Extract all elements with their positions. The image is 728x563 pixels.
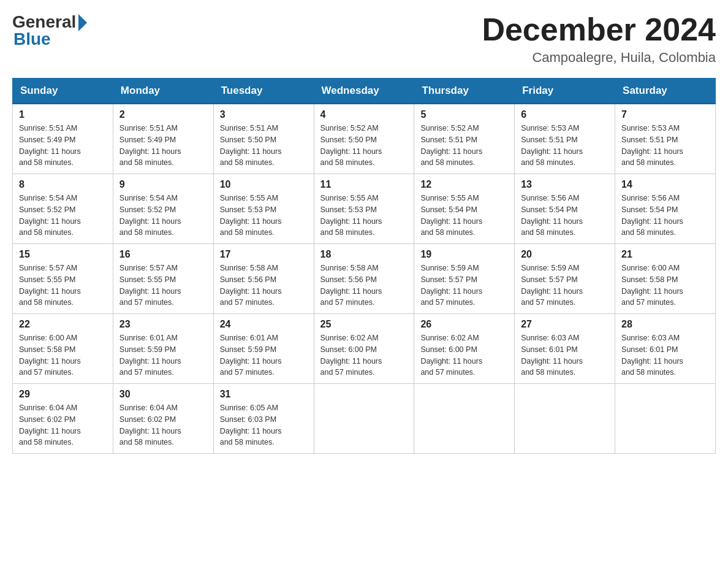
day-number: 12 — [420, 179, 508, 190]
day-info: Sunrise: 5:55 AMSunset: 5:54 PMDaylight:… — [420, 193, 508, 239]
calendar-table: SundayMondayTuesdayWednesdayThursdayFrid… — [12, 78, 716, 454]
day-info: Sunrise: 6:01 AMSunset: 5:59 PMDaylight:… — [119, 332, 207, 378]
calendar-week-row: 1 Sunrise: 5:51 AMSunset: 5:49 PMDayligh… — [13, 104, 716, 174]
day-number: 11 — [320, 179, 408, 190]
location-text: Campoalegre, Huila, Colombia — [482, 50, 716, 66]
day-number: 13 — [521, 179, 609, 190]
day-number: 22 — [19, 319, 107, 330]
calendar-cell: 19 Sunrise: 5:59 AMSunset: 5:57 PMDaylig… — [414, 244, 515, 314]
day-number: 3 — [220, 109, 308, 120]
calendar-cell: 1 Sunrise: 5:51 AMSunset: 5:49 PMDayligh… — [13, 104, 113, 174]
calendar-cell: 15 Sunrise: 5:57 AMSunset: 5:55 PMDaylig… — [13, 244, 113, 314]
calendar-week-row: 29 Sunrise: 6:04 AMSunset: 6:02 PMDaylig… — [13, 384, 716, 454]
day-number: 25 — [320, 319, 408, 330]
calendar-cell: 27 Sunrise: 6:03 AMSunset: 6:01 PMDaylig… — [515, 314, 615, 384]
calendar-cell: 7 Sunrise: 5:53 AMSunset: 5:51 PMDayligh… — [615, 104, 716, 174]
day-info: Sunrise: 6:04 AMSunset: 6:02 PMDaylight:… — [19, 402, 107, 448]
calendar-cell: 29 Sunrise: 6:04 AMSunset: 6:02 PMDaylig… — [13, 384, 113, 454]
calendar-cell: 24 Sunrise: 6:01 AMSunset: 5:59 PMDaylig… — [213, 314, 314, 384]
calendar-cell: 16 Sunrise: 5:57 AMSunset: 5:55 PMDaylig… — [113, 244, 213, 314]
calendar-cell: 25 Sunrise: 6:02 AMSunset: 6:00 PMDaylig… — [314, 314, 414, 384]
calendar-cell: 2 Sunrise: 5:51 AMSunset: 5:49 PMDayligh… — [113, 104, 213, 174]
day-info: Sunrise: 6:00 AMSunset: 5:58 PMDaylight:… — [621, 262, 709, 308]
day-info: Sunrise: 5:55 AMSunset: 5:53 PMDaylight:… — [220, 193, 308, 239]
day-number: 1 — [19, 109, 107, 120]
calendar-header-thursday: Thursday — [414, 79, 515, 104]
day-info: Sunrise: 5:51 AMSunset: 5:49 PMDaylight:… — [19, 123, 107, 169]
day-info: Sunrise: 5:53 AMSunset: 5:51 PMDaylight:… — [621, 123, 709, 169]
day-number: 2 — [119, 109, 207, 120]
day-number: 17 — [220, 249, 308, 260]
day-number: 26 — [420, 319, 508, 330]
day-info: Sunrise: 5:55 AMSunset: 5:53 PMDaylight:… — [320, 193, 408, 239]
calendar-cell: 22 Sunrise: 6:00 AMSunset: 5:58 PMDaylig… — [13, 314, 113, 384]
calendar-cell: 9 Sunrise: 5:54 AMSunset: 5:52 PMDayligh… — [113, 174, 213, 244]
calendar-header-monday: Monday — [113, 79, 213, 104]
day-number: 21 — [621, 249, 709, 260]
day-number: 8 — [19, 179, 107, 190]
day-number: 15 — [19, 249, 107, 260]
day-number: 4 — [320, 109, 408, 120]
day-info: Sunrise: 6:03 AMSunset: 6:01 PMDaylight:… — [621, 332, 709, 378]
calendar-cell: 5 Sunrise: 5:52 AMSunset: 5:51 PMDayligh… — [414, 104, 515, 174]
day-info: Sunrise: 5:59 AMSunset: 5:57 PMDaylight:… — [521, 262, 609, 308]
calendar-cell: 23 Sunrise: 6:01 AMSunset: 5:59 PMDaylig… — [113, 314, 213, 384]
calendar-cell: 4 Sunrise: 5:52 AMSunset: 5:50 PMDayligh… — [314, 104, 414, 174]
title-section: December 2024 Campoalegre, Huila, Colomb… — [482, 12, 716, 66]
calendar-cell: 17 Sunrise: 5:58 AMSunset: 5:56 PMDaylig… — [213, 244, 314, 314]
calendar-cell: 21 Sunrise: 6:00 AMSunset: 5:58 PMDaylig… — [615, 244, 716, 314]
day-number: 23 — [119, 319, 207, 330]
calendar-cell: 26 Sunrise: 6:02 AMSunset: 6:00 PMDaylig… — [414, 314, 515, 384]
calendar-cell — [615, 384, 716, 454]
day-number: 27 — [521, 319, 609, 330]
day-number: 20 — [521, 249, 609, 260]
day-info: Sunrise: 5:51 AMSunset: 5:50 PMDaylight:… — [220, 123, 308, 169]
day-number: 9 — [119, 179, 207, 190]
calendar-cell: 20 Sunrise: 5:59 AMSunset: 5:57 PMDaylig… — [515, 244, 615, 314]
day-info: Sunrise: 6:04 AMSunset: 6:02 PMDaylight:… — [119, 402, 207, 448]
day-info: Sunrise: 6:00 AMSunset: 5:58 PMDaylight:… — [19, 332, 107, 378]
day-info: Sunrise: 5:56 AMSunset: 5:54 PMDaylight:… — [621, 193, 709, 239]
day-number: 14 — [621, 179, 709, 190]
day-info: Sunrise: 5:56 AMSunset: 5:54 PMDaylight:… — [521, 193, 609, 239]
day-info: Sunrise: 5:51 AMSunset: 5:49 PMDaylight:… — [119, 123, 207, 169]
day-number: 18 — [320, 249, 408, 260]
day-number: 16 — [119, 249, 207, 260]
day-number: 24 — [220, 319, 308, 330]
calendar-cell: 30 Sunrise: 6:04 AMSunset: 6:02 PMDaylig… — [113, 384, 213, 454]
calendar-cell — [515, 384, 615, 454]
day-number: 6 — [521, 109, 609, 120]
day-number: 7 — [621, 109, 709, 120]
calendar-header-row: SundayMondayTuesdayWednesdayThursdayFrid… — [13, 79, 716, 104]
day-number: 28 — [621, 319, 709, 330]
calendar-week-row: 8 Sunrise: 5:54 AMSunset: 5:52 PMDayligh… — [13, 174, 716, 244]
calendar-cell: 14 Sunrise: 5:56 AMSunset: 5:54 PMDaylig… — [615, 174, 716, 244]
calendar-cell: 3 Sunrise: 5:51 AMSunset: 5:50 PMDayligh… — [213, 104, 314, 174]
logo-arrow-icon — [78, 14, 87, 31]
calendar-cell: 11 Sunrise: 5:55 AMSunset: 5:53 PMDaylig… — [314, 174, 414, 244]
calendar-week-row: 22 Sunrise: 6:00 AMSunset: 5:58 PMDaylig… — [13, 314, 716, 384]
day-number: 5 — [420, 109, 508, 120]
day-info: Sunrise: 5:58 AMSunset: 5:56 PMDaylight:… — [220, 262, 308, 308]
day-number: 10 — [220, 179, 308, 190]
calendar-cell: 8 Sunrise: 5:54 AMSunset: 5:52 PMDayligh… — [13, 174, 113, 244]
page-header: General Blue December 2024 Campoalegre, … — [12, 12, 716, 66]
calendar-cell: 31 Sunrise: 6:05 AMSunset: 6:03 PMDaylig… — [213, 384, 314, 454]
day-number: 19 — [420, 249, 508, 260]
day-info: Sunrise: 5:59 AMSunset: 5:57 PMDaylight:… — [420, 262, 508, 308]
logo-blue-text: Blue — [13, 29, 51, 49]
day-info: Sunrise: 6:05 AMSunset: 6:03 PMDaylight:… — [220, 402, 308, 448]
day-number: 30 — [119, 389, 207, 400]
day-number: 29 — [19, 389, 107, 400]
calendar-cell: 10 Sunrise: 5:55 AMSunset: 5:53 PMDaylig… — [213, 174, 314, 244]
calendar-week-row: 15 Sunrise: 5:57 AMSunset: 5:55 PMDaylig… — [13, 244, 716, 314]
calendar-cell — [314, 384, 414, 454]
day-number: 31 — [220, 389, 308, 400]
day-info: Sunrise: 5:52 AMSunset: 5:50 PMDaylight:… — [320, 123, 408, 169]
calendar-cell: 28 Sunrise: 6:03 AMSunset: 6:01 PMDaylig… — [615, 314, 716, 384]
month-year-title: December 2024 — [482, 12, 716, 47]
calendar-cell: 13 Sunrise: 5:56 AMSunset: 5:54 PMDaylig… — [515, 174, 615, 244]
calendar-cell — [414, 384, 515, 454]
day-info: Sunrise: 5:57 AMSunset: 5:55 PMDaylight:… — [119, 262, 207, 308]
calendar-header-tuesday: Tuesday — [213, 79, 314, 104]
